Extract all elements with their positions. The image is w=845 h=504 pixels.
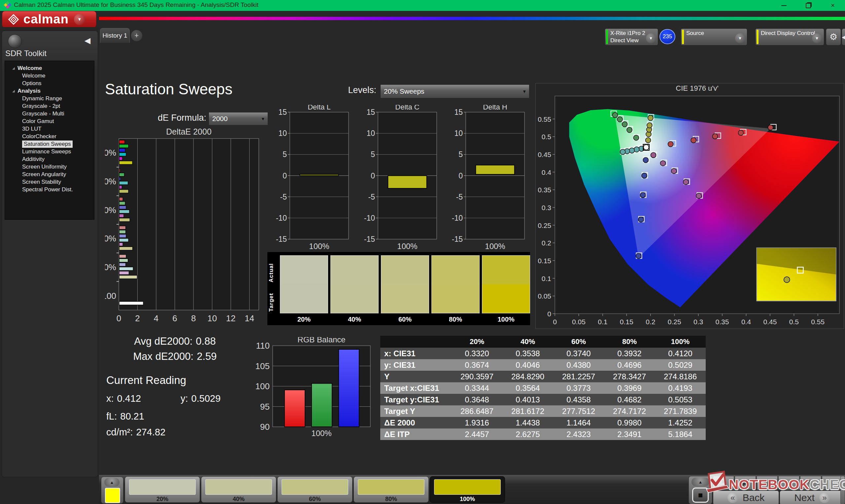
calman-menu-button[interactable]: calman ▼ xyxy=(2,11,96,28)
de-bar-60-4 xyxy=(119,214,124,218)
sidebar-item-welcome[interactable]: Welcome xyxy=(5,72,94,79)
sidebar-item-colorchecker[interactable]: ColorChecker xyxy=(5,132,94,140)
cell-value: 0.3773 xyxy=(553,384,604,393)
svg-text:-5: -5 xyxy=(456,193,463,201)
sidebar-item-color-gamut[interactable]: Color Gamut xyxy=(5,118,94,125)
stop-button[interactable]: ■ xyxy=(692,487,709,503)
record-icon[interactable]: ● xyxy=(822,476,843,490)
back-label: Back xyxy=(743,492,765,503)
sweep-button-60[interactable]: 60% xyxy=(277,476,353,503)
sidebar-item-options[interactable]: Options xyxy=(5,79,94,87)
rgb-bar-blue xyxy=(339,349,359,427)
display-control-dropdown[interactable]: Direct Display Control ▼ xyxy=(755,29,824,46)
sidebar-item-3d-lut[interactable]: 3D LUT xyxy=(5,125,94,132)
svg-text:0.25: 0.25 xyxy=(668,318,681,326)
de-formula-dropdown[interactable]: 2000 ▼ xyxy=(209,112,268,125)
sidebar-item-screen-stability[interactable]: Screen Stability xyxy=(5,178,94,186)
back-button[interactable]: « Back xyxy=(713,490,779,504)
de-bar-100-4 xyxy=(119,157,122,160)
sidebar-item-grayscale-2pt[interactable]: Grayscale - 2pt xyxy=(5,102,94,110)
expander-icon[interactable]: ◢ xyxy=(12,89,17,93)
table-header: 20%40%60%80%100% xyxy=(380,336,706,348)
flag-icon[interactable]: ⚑ xyxy=(713,476,734,490)
next-button[interactable]: Next » xyxy=(780,490,844,504)
measured-point-green xyxy=(617,117,622,122)
pattern-window-control[interactable]: ▲ xyxy=(101,476,123,504)
svg-text:-15: -15 xyxy=(452,235,463,244)
sidebar-item-spectral-power-dist[interactable]: Spectral Power Dist. xyxy=(5,186,94,193)
loop-icon[interactable]: ∞ xyxy=(778,476,799,490)
measured-point-green xyxy=(622,122,628,127)
refresh-icon[interactable]: ↻ xyxy=(800,476,821,490)
delta-l-chart: Delta L151050-5-10-15100% xyxy=(274,105,353,258)
settings-button[interactable]: ⚙ xyxy=(826,29,841,46)
svg-text:100%: 100% xyxy=(397,242,417,251)
sweep-button-20[interactable]: 20% xyxy=(125,476,200,503)
sidebar-item-screen-angularity[interactable]: Screen Angularity xyxy=(5,170,94,178)
collapse-panel-button[interactable]: ◀ xyxy=(842,29,845,46)
app-logo-icon xyxy=(3,1,11,9)
sidebar-item-label: Spectral Power Dist. xyxy=(22,186,73,193)
sidebar-tree: ◢WelcomeWelcomeOptions◢AnalysisDynamic R… xyxy=(5,61,94,220)
sweep-button-40[interactable]: 40% xyxy=(201,476,276,503)
play-icon[interactable]: ▶ xyxy=(735,476,756,490)
sidebar-collapse-button[interactable]: ◀ xyxy=(82,35,93,46)
calman-logo-icon xyxy=(6,12,21,27)
de-bar-40-5 xyxy=(119,247,133,250)
side-strip-button[interactable] xyxy=(840,476,845,504)
row-label: Target x:CIE31 xyxy=(380,384,452,393)
cell-value: 0.3969 xyxy=(604,384,655,393)
sidebar-orb-button[interactable] xyxy=(8,34,22,48)
sweep-swatch xyxy=(358,479,424,495)
close-button[interactable]: × xyxy=(821,0,845,11)
table-row-x-cie31: x: CIE310.33200.35380.37400.39320.4120 xyxy=(380,348,706,359)
add-tab-button[interactable]: + xyxy=(131,30,142,41)
de-bar-20-5 xyxy=(119,275,137,279)
measured-point-magenta xyxy=(671,168,677,174)
sidebar-item-grayscale-multi[interactable]: Grayscale - Multi xyxy=(5,110,94,118)
levels-dropdown[interactable]: 20% Sweeps ▼ xyxy=(380,85,529,98)
sidebar-item-analysis[interactable]: ◢Analysis xyxy=(5,87,94,95)
tab-history-1[interactable]: History 1 xyxy=(100,28,130,43)
de-bar-40-4 xyxy=(119,242,123,246)
row-label: Target Y xyxy=(380,407,452,416)
sweep-button-80[interactable]: 80% xyxy=(353,476,429,503)
chevron-down-icon: ▼ xyxy=(646,33,656,43)
cell-value: 0.3320 xyxy=(452,349,503,358)
measured-point-yellow xyxy=(648,115,653,121)
meter-dropdown[interactable]: X-Rite i1Pro 2 Direct View ▼ xyxy=(605,29,658,46)
delta-h-chart: Delta H151050-5-10-15100% xyxy=(450,105,529,258)
row-label: y: CIE31 xyxy=(380,361,452,370)
svg-text:4: 4 xyxy=(154,313,158,323)
sidebar-item-luminance-sweeps[interactable]: Luminance Sweeps xyxy=(5,148,94,155)
measured-point-cyan xyxy=(634,147,639,152)
levels-icon[interactable]: ▦ xyxy=(757,476,778,490)
sidebar-item-screen-uniformity[interactable]: Screen Uniformity xyxy=(5,163,94,170)
cell-value: 281.6172 xyxy=(503,407,553,416)
de-formula-value: 2000 xyxy=(212,115,228,123)
column-header: 100% xyxy=(655,338,706,346)
row-label: ΔE 2000 xyxy=(380,418,452,428)
svg-text:95: 95 xyxy=(260,402,270,412)
sidebar-item-welcome[interactable]: ◢Welcome xyxy=(5,64,94,72)
inset-measured-point xyxy=(784,277,790,283)
cell-value: 0.4193 xyxy=(655,384,706,393)
sidebar-item-saturation-sweeps[interactable]: Saturation Sweeps xyxy=(5,140,94,148)
svg-text:8: 8 xyxy=(191,313,196,323)
chevron-up-icon[interactable]: ▲ xyxy=(104,478,120,487)
de-bar-80-1 xyxy=(119,173,124,177)
source-dropdown[interactable]: Source ▼ xyxy=(681,29,747,46)
cell-value: 0.3740 xyxy=(553,349,604,358)
expander-icon[interactable]: ◢ xyxy=(12,66,17,70)
sweep-button-100[interactable]: 100% xyxy=(430,476,505,503)
sidebar-item-additivity[interactable]: Additivity xyxy=(5,155,94,163)
svg-text:0.3: 0.3 xyxy=(542,204,551,212)
de-bar-100-0 xyxy=(119,140,125,144)
expand-button[interactable]: ▲ xyxy=(691,478,709,486)
table-row-e-2000: ΔE 20001.93161.44381.14640.99801.4252 xyxy=(380,417,706,429)
sidebar-item-dynamic-range[interactable]: Dynamic Range xyxy=(5,95,94,102)
actual-swatch xyxy=(432,255,480,284)
restore-button[interactable] xyxy=(796,0,821,11)
measured-point-blue xyxy=(643,157,648,163)
minimize-button[interactable] xyxy=(772,0,796,11)
